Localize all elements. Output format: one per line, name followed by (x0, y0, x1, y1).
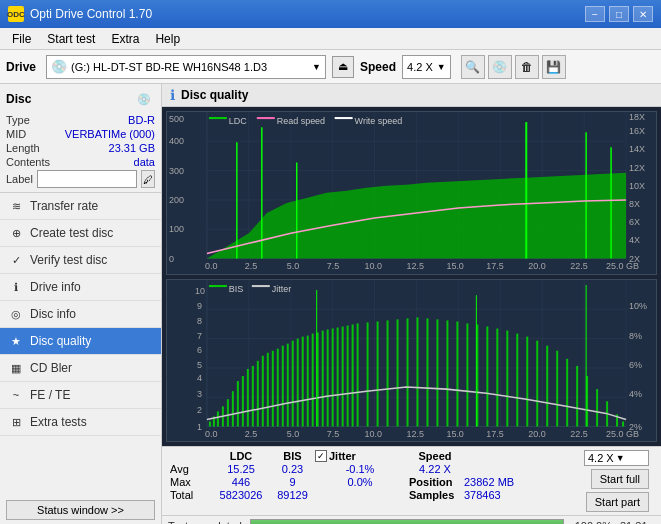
sidebar-item-transfer-rate-label: Transfer rate (30, 199, 98, 213)
svg-text:10X: 10X (629, 181, 645, 191)
svg-rect-92 (302, 336, 304, 426)
title-bar-left: ODC Opti Drive Control 1.70 (8, 6, 152, 22)
sidebar-item-transfer-rate[interactable]: ≋ Transfer rate (0, 193, 161, 220)
start-full-button[interactable]: Start full (591, 469, 649, 489)
svg-rect-109 (416, 317, 418, 426)
svg-rect-120 (526, 336, 528, 426)
erase-icon-btn[interactable]: 🗑 (515, 55, 539, 79)
drive-bar: Drive 💿 (G:) HL-DT-ST BD-RE WH16NS48 1.D… (0, 50, 661, 84)
menu-help[interactable]: Help (147, 30, 188, 48)
svg-text:0.0: 0.0 (205, 428, 217, 438)
speed-selector[interactable]: 4.2 X ▼ (402, 55, 451, 79)
close-button[interactable]: ✕ (633, 6, 653, 22)
disc-length-value: 23.31 GB (109, 142, 155, 154)
disc-contents-row: Contents data (6, 156, 155, 168)
sidebar-item-verify-test-disc[interactable]: ✓ Verify test disc (0, 247, 161, 274)
disc-icon-btn[interactable]: 💿 (488, 55, 512, 79)
svg-text:10.0: 10.0 (365, 261, 382, 271)
svg-rect-82 (252, 366, 254, 427)
sidebar-item-fe-te[interactable]: ~ FE / TE (0, 382, 161, 409)
extra-tests-icon: ⊞ (8, 414, 24, 430)
disc-refresh-btn[interactable]: 💿 (133, 88, 155, 110)
position-label: Position (409, 476, 464, 488)
svg-rect-85 (267, 352, 269, 426)
svg-text:2.5: 2.5 (245, 428, 257, 438)
max-ldc: 446 (212, 476, 270, 488)
create-test-disc-icon: ⊕ (8, 225, 24, 241)
speed-dropdown[interactable]: 4.2 X ▼ (584, 450, 649, 466)
svg-text:5.0: 5.0 (287, 428, 299, 438)
svg-text:10.0: 10.0 (365, 428, 382, 438)
minimize-button[interactable]: − (585, 6, 605, 22)
quality-header-icon: ℹ (170, 87, 175, 103)
svg-text:2: 2 (197, 405, 202, 415)
scan-icon-btn[interactable]: 🔍 (461, 55, 485, 79)
sidebar-item-extra-tests[interactable]: ⊞ Extra tests (0, 409, 161, 436)
svg-rect-99 (337, 327, 339, 426)
stats-bar: LDC BIS ✓ Jitter Speed Avg 15.25 0.23 (162, 446, 661, 515)
svg-rect-50 (209, 117, 227, 119)
avg-label: Avg (170, 463, 212, 475)
disc-label-input[interactable] (37, 170, 137, 188)
disc-mid-row: MID VERBATIMe (000) (6, 128, 155, 140)
menu-bar: File Start test Extra Help (0, 28, 661, 50)
svg-rect-101 (347, 325, 349, 426)
svg-rect-122 (546, 345, 548, 426)
app-icon: ODC (8, 6, 24, 22)
drive-selector[interactable]: 💿 (G:) HL-DT-ST BD-RE WH16NS48 1.D3 ▼ (46, 55, 326, 79)
svg-text:4X: 4X (629, 235, 640, 245)
svg-text:0: 0 (169, 253, 174, 263)
total-bis: 89129 (270, 489, 315, 501)
svg-rect-54 (335, 117, 353, 119)
quality-header-title: Disc quality (181, 88, 248, 102)
disc-contents-value: data (134, 156, 155, 168)
svg-text:17.5: 17.5 (486, 428, 503, 438)
window-controls: − □ ✕ (585, 6, 653, 22)
avg-bis: 0.23 (270, 463, 315, 475)
svg-rect-89 (287, 343, 289, 426)
fe-te-icon: ~ (8, 387, 24, 403)
bis-col-header: BIS (270, 450, 315, 462)
svg-text:8: 8 (197, 316, 202, 326)
menu-start-test[interactable]: Start test (39, 30, 103, 48)
sidebar-item-disc-quality[interactable]: ★ Disc quality (0, 328, 161, 355)
drive-label: Drive (6, 60, 36, 74)
total-samples: 378463 (464, 489, 501, 501)
menu-file[interactable]: File (4, 30, 39, 48)
transfer-rate-icon: ≋ (8, 198, 24, 214)
start-part-button[interactable]: Start part (586, 492, 649, 512)
maximize-button[interactable]: □ (609, 6, 629, 22)
svg-text:17.5: 17.5 (486, 261, 503, 271)
disc-length-label: Length (6, 142, 40, 154)
eject-button[interactable]: ⏏ (332, 56, 354, 78)
svg-rect-107 (397, 319, 399, 426)
svg-text:12.5: 12.5 (407, 428, 424, 438)
ldc-col-header: LDC (212, 450, 270, 462)
sidebar-item-extra-tests-label: Extra tests (30, 415, 87, 429)
speed-value: 4.2 X (407, 61, 433, 73)
svg-rect-104 (367, 322, 369, 426)
svg-rect-94 (312, 333, 314, 426)
sidebar-item-drive-info[interactable]: ℹ Drive info (0, 274, 161, 301)
svg-text:6X: 6X (629, 217, 640, 227)
save-icon-btn[interactable]: 💾 (542, 55, 566, 79)
sidebar-item-cd-bler[interactable]: ▦ CD Bler (0, 355, 161, 382)
sidebar-item-disc-info[interactable]: ◎ Disc info (0, 301, 161, 328)
svg-text:9: 9 (197, 301, 202, 311)
svg-rect-88 (282, 345, 284, 426)
sidebar-item-create-test-disc[interactable]: ⊕ Create test disc (0, 220, 161, 247)
disc-header: Disc 💿 (6, 88, 155, 110)
svg-rect-108 (407, 318, 409, 426)
svg-text:18X: 18X (629, 112, 645, 122)
svg-text:16X: 16X (629, 126, 645, 136)
svg-rect-162 (252, 285, 270, 287)
verify-test-disc-icon: ✓ (8, 252, 24, 268)
samples-label: Samples (409, 489, 464, 501)
menu-extra[interactable]: Extra (103, 30, 147, 48)
sidebar-item-disc-quality-label: Disc quality (30, 334, 91, 348)
jitter-checkbox[interactable]: ✓ (315, 450, 327, 462)
disc-label-icon-btn[interactable]: 🖊 (141, 170, 155, 188)
svg-rect-78 (232, 391, 234, 426)
status-window-button[interactable]: Status window >> (6, 500, 155, 520)
svg-text:300: 300 (169, 166, 184, 176)
